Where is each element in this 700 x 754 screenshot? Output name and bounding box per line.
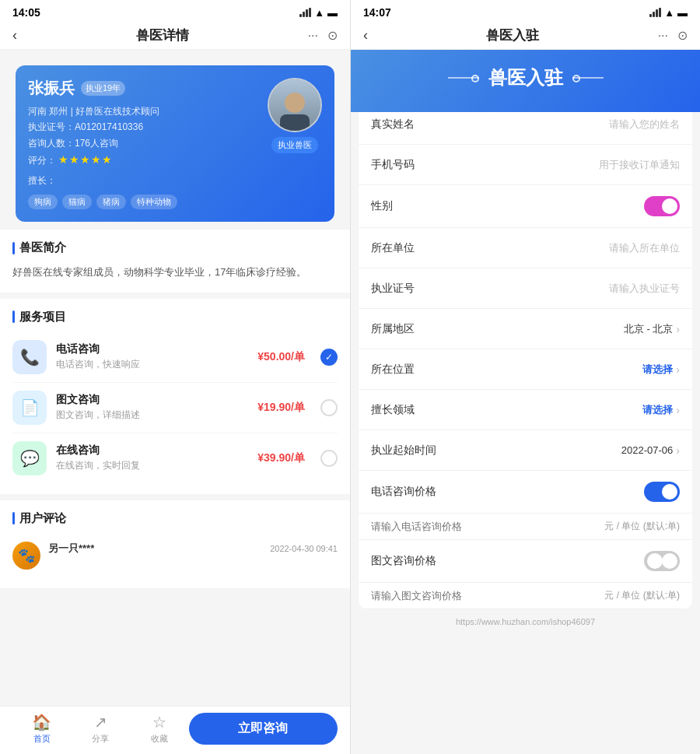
form-label-image-price: 图文咨询价格 (371, 554, 441, 568)
service-online-select (320, 450, 338, 467)
service-phone-check: ✓ (320, 349, 338, 366)
form-value-practice-time: 2022-07-06 (441, 444, 673, 456)
tag-pig: 猪病 (96, 195, 126, 209)
bottom-nav-home[interactable]: 🏠 首页 (12, 713, 72, 745)
bottom-nav-share-label: 分享 (92, 733, 109, 745)
title-bar-icon (12, 242, 15, 254)
phone-price-unit: 元 / 单位 (默认:单) (604, 520, 680, 533)
reg-form: 真实姓名 请输入您的姓名 手机号码 用于接收订单通知 性别 ♀ 所在单位 (359, 112, 692, 609)
form-label-specialty: 擅长领域 (371, 403, 441, 417)
image-price-toggle[interactable] (644, 551, 680, 571)
target-icon[interactable]: ⊙ (327, 28, 338, 43)
vet-location: 河南 郑州 | 好兽医在线技术顾问 (28, 103, 268, 119)
form-label-phone-price: 电话咨询价格 (371, 485, 441, 499)
service-online-info: 在线咨询 在线咨询，实时回复 (56, 444, 248, 472)
intro-section: 兽医简介 好兽医在线专家组成员，动物科学专业毕业，17年临床诊疗经验。 (0, 230, 350, 292)
form-row-phone: 手机号码 用于接收订单通知 (359, 145, 692, 185)
phone-price-toggle[interactable]: ✓ (644, 482, 680, 502)
service-phone-name: 电话咨询 (56, 342, 248, 356)
service-image-info: 图文咨询 图文咨询，详细描述 (56, 393, 248, 422)
comment-avatar: 🐾 (12, 542, 40, 570)
specialty-arrow-icon: › (676, 404, 680, 416)
reg-title-container: 兽医入驻 (448, 65, 604, 90)
image-price-unit: 元 / 单位 (默认:单) (604, 589, 680, 602)
bottom-nav-collect[interactable]: ☆ 收藏 (130, 713, 189, 745)
form-row-specialty[interactable]: 擅长领域 请选择 › (359, 390, 692, 430)
service-online-name: 在线咨询 (56, 444, 248, 458)
left-nav-bar: ‹ 兽医详情 ··· ⊙ (0, 22, 350, 50)
form-value-phone[interactable]: 用于接收订单通知 (441, 158, 680, 172)
consult-button[interactable]: 立即咨询 (189, 713, 338, 745)
gender-toggle[interactable]: ♀ (644, 196, 680, 216)
vet-avatar (268, 78, 322, 132)
form-row-location[interactable]: 所在位置 请选择 › (359, 349, 692, 390)
vet-rating-row: 评分： ★★★★★ (28, 151, 268, 170)
service-image-select (320, 399, 338, 416)
form-label-phone: 手机号码 (371, 158, 441, 172)
wifi-icon: ▲ (314, 7, 324, 19)
form-value-location: 请选择 (441, 363, 673, 377)
title-bar-icon3 (12, 512, 15, 524)
phone-price-input-row: 元 / 单位 (默认:单) (359, 514, 692, 540)
practice-time-arrow-icon: › (676, 444, 680, 457)
battery-icon: ▬ (327, 7, 338, 19)
tag-special: 特种动物 (131, 195, 177, 209)
service-image-name: 图文咨询 (56, 393, 248, 407)
vet-stars: ★★★★★ (58, 153, 113, 166)
form-value-license[interactable]: 请输入执业证号 (441, 282, 680, 296)
right-back-button[interactable]: ‹ (363, 27, 368, 44)
left-phone-panel: 14:05 ▲ ▬ ‹ 兽医详情 ··· ⊙ 张振兵 (0, 0, 350, 754)
service-phone-info: 电话咨询 电话咨询，快速响应 (56, 342, 248, 371)
image-price-input-row: 元 / 单位 (默认:单) (359, 583, 692, 609)
left-back-button[interactable]: ‹ (12, 27, 17, 44)
left-status-icons: ▲ ▬ (299, 7, 338, 19)
reg-divider-right (572, 77, 604, 79)
reg-divider-left (448, 77, 479, 79)
form-value-unit[interactable]: 请输入所在单位 (441, 241, 680, 255)
comment-time: 2022-04-30 09:41 (270, 544, 338, 553)
comment-username: 另一只**** (48, 542, 94, 556)
right-more-icon[interactable]: ··· (658, 29, 668, 43)
right-battery-icon: ▬ (677, 7, 688, 19)
intro-content: 好兽医在线专家组成员，动物科学专业毕业，17年临床诊疗经验。 (12, 263, 338, 281)
region-arrow-icon: › (676, 323, 680, 335)
home-icon: 🏠 (32, 713, 51, 731)
comments-title: 用户评论 (12, 511, 338, 526)
form-row-region[interactable]: 所属地区 北京 - 北京 › (359, 309, 692, 349)
right-status-bar: 14:07 ▲ ▬ (351, 0, 700, 22)
vet-role-badge: 执业兽医 (271, 137, 318, 153)
vet-card: 张振兵 执业19年 河南 郑州 | 好兽医在线技术顾问 执业证号：A012017… (16, 65, 334, 222)
phone-price-toggle-container: ✓ (441, 482, 680, 502)
bottom-nav-share[interactable]: ↗ 分享 (72, 713, 131, 745)
tag-cat: 猫病 (62, 195, 92, 209)
left-status-bar: 14:05 ▲ ▬ (0, 0, 350, 22)
right-status-icons: ▲ ▬ (649, 7, 688, 19)
service-item-image[interactable]: 📄 图文咨询 图文咨询，详细描述 ¥19.90/单 (12, 383, 338, 433)
reg-page-title: 兽医入驻 (488, 65, 563, 90)
right-time: 14:07 (363, 6, 391, 19)
phone-price-check-icon: ✓ (667, 486, 675, 497)
form-label-practice-time: 执业起始时间 (371, 444, 441, 458)
comments-section: 用户评论 🐾 另一只**** 2022-04-30 09:41 (0, 500, 350, 588)
intro-title: 兽医简介 (12, 240, 338, 255)
service-item-online[interactable]: 💬 在线咨询 在线咨询，实时回复 ¥39.90/单 (12, 433, 338, 483)
service-online-desc: 在线咨询，实时回复 (56, 459, 248, 472)
watermark: https://www.huzhan.com/ishop46097 (351, 609, 700, 634)
location-arrow-icon: › (676, 363, 680, 376)
service-phone-price: ¥50.00/单 (257, 350, 305, 364)
reg-header: 兽医入驻 (351, 50, 700, 112)
form-value-name[interactable]: 请输入您的姓名 (441, 117, 680, 132)
phone-price-input[interactable] (371, 521, 604, 532)
form-value-specialty: 请选择 (441, 403, 673, 417)
image-price-input[interactable] (371, 590, 604, 601)
bottom-nav-home-label: 首页 (33, 733, 51, 745)
more-icon[interactable]: ··· (308, 29, 318, 43)
form-label-license: 执业证号 (371, 282, 441, 296)
form-row-name: 真实姓名 请输入您的姓名 (359, 112, 692, 145)
vet-info: 张振兵 执业19年 河南 郑州 | 好兽医在线技术顾问 执业证号：A012017… (28, 78, 268, 209)
vet-consultations: 咨询人数：176人咨询 (28, 135, 268, 151)
service-item-phone[interactable]: 📞 电话咨询 电话咨询，快速响应 ¥50.00/单 ✓ (12, 332, 338, 383)
form-row-practice-time[interactable]: 执业起始时间 2022-07-06 › (359, 430, 692, 471)
right-target-icon[interactable]: ⊙ (677, 28, 688, 43)
right-phone-panel: 14:07 ▲ ▬ ‹ 兽医入驻 ··· ⊙ 兽医入驻 (350, 0, 700, 754)
